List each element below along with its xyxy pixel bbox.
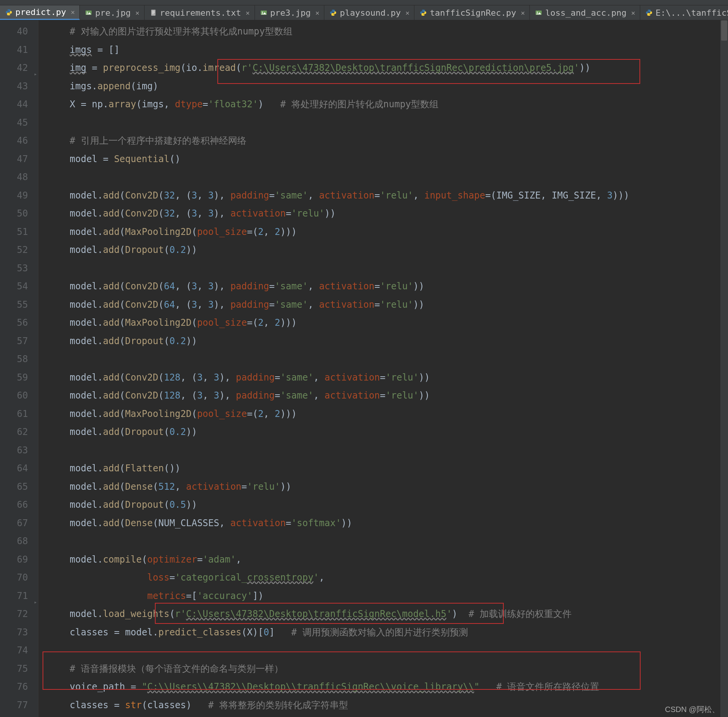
file-icon: [85, 9, 92, 16]
line-number: 72: [0, 605, 28, 623]
editor-tabs: predict.py×pre.jpg×requirements.txt×pre3…: [0, 5, 728, 20]
code-line[interactable]: model.add(Dropout(0.2)): [48, 423, 728, 441]
code-line[interactable]: X = np.array(imgs, dtype='float32') # 将处…: [48, 95, 728, 114]
code-line[interactable]: imgs = []: [48, 41, 728, 59]
code-line[interactable]: [48, 350, 728, 369]
code-line[interactable]: model.add(Dense(NUM_CLASSES, activation=…: [48, 514, 728, 533]
svg-rect-5: [152, 13, 154, 14]
code-line[interactable]: [48, 259, 728, 278]
code-line[interactable]: model.add(Conv2D(64, (3, 3), padding='sa…: [48, 296, 728, 314]
fold-marker-icon[interactable]: ▸: [34, 65, 37, 84]
tab-6[interactable]: loss_and_acc.png×: [530, 5, 640, 20]
tab-2[interactable]: requirements.txt×: [145, 5, 255, 20]
tab-label: pre3.jpg: [270, 8, 311, 18]
line-number: 76: [0, 678, 28, 696]
code-line[interactable]: model.add(Dropout(0.2)): [48, 241, 728, 259]
code-line[interactable]: [48, 642, 728, 660]
tab-7[interactable]: E:\...\tanfficSignRec.py×: [640, 5, 728, 20]
code-line[interactable]: imgs.append(img): [48, 77, 728, 96]
code-line[interactable]: model.add(Dropout(0.5)): [48, 496, 728, 514]
line-number: 44: [0, 95, 28, 114]
line-number: 71: [0, 587, 28, 605]
tab-label: E:\...\tanfficSignRec.py: [656, 8, 728, 18]
code-line[interactable]: classes = str(classes) # 将将整形的类别转化成字符串型: [48, 696, 728, 715]
code-editor: 4041424344454647484950515253545556575859…: [0, 20, 728, 717]
line-number: 73: [0, 623, 28, 642]
code-line[interactable]: # 对输入的图片进行预处理并将其转化成numpy型数组: [48, 23, 728, 41]
tab-0[interactable]: predict.py×: [0, 5, 80, 20]
code-line[interactable]: model.add(MaxPooling2D(pool_size=(2, 2))…: [48, 314, 728, 332]
code-line[interactable]: model.add(Conv2D(32, (3, 3), activation=…: [48, 205, 728, 223]
file-icon: [420, 9, 427, 16]
line-number: 58: [0, 350, 28, 369]
line-number: 55: [0, 296, 28, 314]
tab-5[interactable]: tanfficSignRec.py×: [414, 5, 530, 20]
line-number: 70: [0, 569, 28, 587]
close-icon[interactable]: ×: [316, 9, 320, 17]
line-number: 54: [0, 277, 28, 296]
tab-label: predict.py: [15, 7, 66, 17]
line-number: 56: [0, 314, 28, 332]
scroll-thumb[interactable]: [721, 20, 727, 41]
line-number: 75: [0, 660, 28, 678]
code-line[interactable]: model = Sequential(): [48, 150, 728, 169]
svg-rect-4: [152, 12, 154, 13]
code-line[interactable]: # 语音播报模块（每个语音文件的命名与类别一样）: [48, 660, 728, 678]
line-number: 57: [0, 332, 28, 351]
code-line[interactable]: # 引用上一个程序中搭建好的卷积神经网络: [48, 132, 728, 150]
code-line[interactable]: model.add(Flatten()): [48, 459, 728, 478]
code-line[interactable]: model.load_weights(r'C:\Users\47382\Desk…: [48, 605, 728, 623]
tab-1[interactable]: pre.jpg×: [80, 5, 145, 20]
code-line[interactable]: [48, 114, 728, 132]
code-line[interactable]: model.add(Conv2D(128, (3, 3), padding='s…: [48, 387, 728, 405]
close-icon[interactable]: ×: [246, 9, 250, 17]
line-number: 67: [0, 514, 28, 533]
code-line[interactable]: classes = model.predict_classes(X)[0] # …: [48, 623, 728, 642]
close-icon[interactable]: ×: [405, 9, 409, 17]
code-line[interactable]: model.add(MaxPooling2D(pool_size=(2, 2))…: [48, 223, 728, 241]
code-line[interactable]: metrics=['accuracy']): [48, 587, 728, 605]
line-number: 40: [0, 23, 28, 41]
tab-label: tanfficSignRec.py: [430, 8, 516, 18]
tab-4[interactable]: playsound.py×: [324, 5, 414, 20]
svg-rect-3: [152, 11, 154, 11]
file-icon: [260, 9, 267, 16]
vertical-scrollbar[interactable]: [720, 20, 728, 717]
code-line[interactable]: model.add(Conv2D(64, (3, 3), padding='sa…: [48, 277, 728, 296]
file-icon: [5, 9, 12, 16]
line-number: 53: [0, 259, 28, 278]
close-icon[interactable]: ×: [521, 9, 525, 17]
line-number: 64: [0, 459, 28, 478]
line-number: 69: [0, 551, 28, 569]
code-line[interactable]: loss='categorical_crossentropy',: [48, 569, 728, 587]
code-line[interactable]: [48, 532, 728, 551]
close-icon[interactable]: ×: [135, 9, 140, 17]
watermark: CSDN @阿松、: [665, 704, 720, 715]
code-area[interactable]: # 对输入的图片进行预处理并将其转化成numpy型数组 imgs = [] im…: [38, 20, 728, 717]
line-number: 46: [0, 132, 28, 150]
code-line[interactable]: model.compile(optimizer='adam',: [48, 551, 728, 569]
line-number: 60: [0, 387, 28, 405]
code-line[interactable]: voice_path = "C:\\Users\\47382\\Desktop\…: [48, 678, 728, 696]
file-icon: [150, 9, 157, 16]
close-icon[interactable]: ×: [71, 8, 75, 16]
line-number: 42: [0, 59, 28, 77]
code-line[interactable]: model.add(Dropout(0.2)): [48, 332, 728, 351]
tab-label: playsound.py: [340, 8, 401, 18]
code-line[interactable]: [48, 441, 728, 460]
code-line[interactable]: model.add(Conv2D(32, (3, 3), padding='sa…: [48, 187, 728, 205]
tab-3[interactable]: pre3.jpg×: [255, 5, 325, 20]
line-number: 68: [0, 532, 28, 551]
code-line[interactable]: model.add(MaxPooling2D(pool_size=(2, 2))…: [48, 405, 728, 423]
line-number: 62: [0, 423, 28, 441]
code-line[interactable]: model.add(Dense(512, activation='relu')): [48, 478, 728, 496]
code-line[interactable]: [48, 168, 728, 187]
line-number: 59: [0, 369, 28, 387]
fold-marker-icon[interactable]: ▸: [34, 593, 37, 612]
line-number: 47: [0, 150, 28, 169]
code-line[interactable]: img = preprocess_img(io.imread(r'C:\User…: [48, 59, 728, 77]
tab-label: requirements.txt: [160, 8, 241, 18]
close-icon[interactable]: ×: [631, 9, 635, 17]
tab-label: pre.jpg: [95, 8, 131, 18]
code-line[interactable]: model.add(Conv2D(128, (3, 3), padding='s…: [48, 369, 728, 387]
